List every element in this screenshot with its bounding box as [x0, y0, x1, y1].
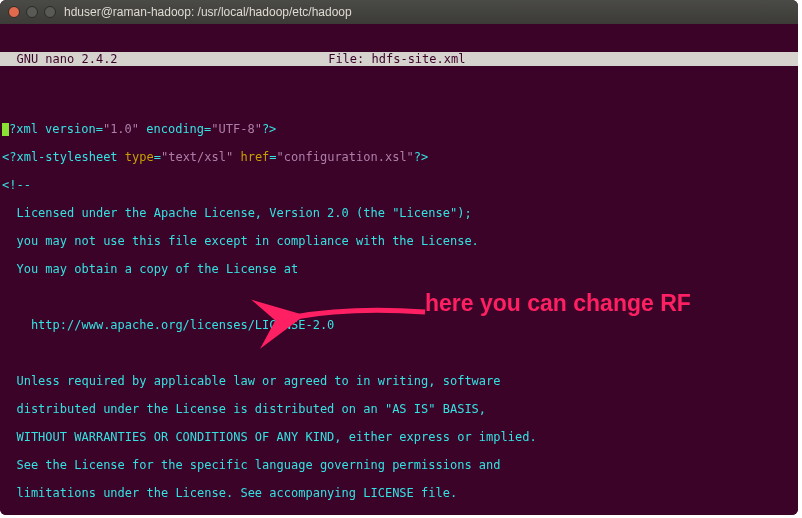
window-title: hduser@raman-hadoop: /usr/local/hadoop/e… — [64, 5, 352, 19]
titlebar[interactable]: hduser@raman-hadoop: /usr/local/hadoop/e… — [0, 0, 798, 24]
nano-version: GNU nano 2.4.2 — [2, 52, 118, 66]
comment-close: --> — [2, 514, 796, 515]
window-controls — [8, 6, 56, 18]
minimize-icon[interactable] — [26, 6, 38, 18]
close-icon[interactable] — [8, 6, 20, 18]
nano-header: GNU nano 2.4.2 File: hdfs-site.xml — [0, 52, 798, 66]
cursor-icon — [2, 123, 9, 136]
nano-file-label: File: hdfs-site.xml — [118, 52, 676, 66]
editor-content[interactable]: ?xml version="1.0" encoding="UTF-8"?> <?… — [0, 108, 798, 515]
terminal-viewport[interactable]: GNU nano 2.4.2 File: hdfs-site.xml ?xml … — [0, 24, 798, 515]
comment-open: <!-- — [2, 178, 796, 192]
xml-decl: ?xml version= — [9, 122, 103, 136]
maximize-icon[interactable] — [44, 6, 56, 18]
terminal-window: hduser@raman-hadoop: /usr/local/hadoop/e… — [0, 0, 798, 515]
